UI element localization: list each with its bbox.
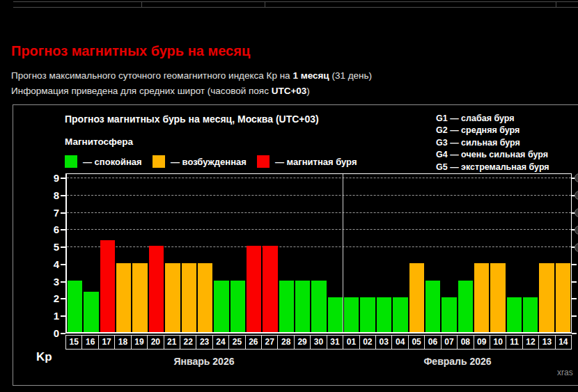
subtitle-line-2: Информация приведена для средних широт (… <box>11 86 310 96</box>
kp-bar-25 <box>231 281 245 332</box>
date-cell: 23 <box>196 335 212 350</box>
date-cell: 22 <box>180 335 196 350</box>
kp-bar-09 <box>474 263 489 332</box>
y-tick-right <box>572 264 577 265</box>
watermark: xras <box>557 368 573 377</box>
kp-bar-19 <box>132 263 147 332</box>
subtitle-line-1: Прогноз максимального суточного геомагни… <box>11 70 372 81</box>
kp-bar-05 <box>409 263 424 332</box>
y-tick-label: 0 <box>38 327 59 340</box>
kp-bar-24 <box>214 281 228 332</box>
date-cell: 02 <box>359 335 376 350</box>
kp-bar-14 <box>556 263 570 332</box>
y-tick-left <box>61 298 65 299</box>
y-tick-left <box>61 195 65 196</box>
legend-item: — возбужденная <box>153 155 247 168</box>
chart-title: Прогноз магнитных бурь на месяц, Москва … <box>65 113 319 125</box>
kp-bar-17 <box>100 240 115 332</box>
y-tick-left <box>61 281 65 283</box>
date-cell: 15 <box>65 335 82 350</box>
kp-bar-02 <box>360 297 375 332</box>
y-tick-label: 8 <box>38 189 59 202</box>
date-cell: 20 <box>147 335 164 350</box>
y-tick-label: 2 <box>38 292 59 305</box>
y-tick-label: 7 <box>38 207 59 219</box>
forecast-chart-panel: Прогноз магнитных бурь на месяц, Москва … <box>13 104 578 386</box>
y-tick-right <box>572 298 577 299</box>
date-cell: 24 <box>212 335 229 350</box>
y-tick-left <box>61 229 65 230</box>
gridline <box>67 195 571 196</box>
kp-bar-01 <box>344 297 359 332</box>
kp-bar-27 <box>263 246 277 332</box>
subtitle-2-bold: UTC+03 <box>272 86 307 96</box>
kp-bar-06 <box>425 281 440 332</box>
kp-bar-04 <box>393 297 407 332</box>
nav-divider <box>556 2 556 7</box>
gridline <box>67 178 571 178</box>
kp-bar-31 <box>328 297 343 332</box>
y-tick-left <box>61 333 65 334</box>
nav-divider <box>265 2 265 7</box>
g-scale-line: G4 — очень сильная буря <box>436 149 549 161</box>
date-cell: 14 <box>555 335 572 350</box>
gridline <box>67 229 571 230</box>
date-cell: 17 <box>98 335 115 350</box>
subtitle-1-text: Прогноз максимального суточного геомагни… <box>11 70 292 81</box>
kp-bar-03 <box>377 297 391 332</box>
subtitle-2-suffix: ) <box>306 86 310 96</box>
nav-divider <box>141 2 142 7</box>
y-tick-right <box>572 315 577 317</box>
date-axis: 1516171819202122232425262728293031010203… <box>65 335 572 350</box>
y-tick-label: 9 <box>38 172 59 185</box>
date-cell: 30 <box>310 335 327 350</box>
g-badge-clipped <box>575 243 578 252</box>
kp-bar-13 <box>539 263 554 332</box>
kp-bar-10 <box>490 263 505 332</box>
top-nav-bar <box>13 1 578 8</box>
y-tick-left <box>61 264 65 265</box>
date-cell: 01 <box>343 335 359 350</box>
month-label: Февраль 2026 <box>423 356 491 367</box>
y-tick-right <box>572 281 577 283</box>
page-title: Прогноз магнитных бурь на месяц <box>11 43 250 59</box>
subtitle-1-bold: 1 месяц <box>292 70 329 81</box>
g-scale-line: G1 — слабая буря <box>436 113 549 125</box>
kp-bar-22 <box>182 263 196 332</box>
kp-bar-20 <box>149 246 164 332</box>
g-scale-line: G5 — экстремальная буря <box>436 162 549 173</box>
legend-item: — спокойная <box>65 155 142 168</box>
date-cell: 06 <box>424 335 441 350</box>
y-tick-left <box>61 178 65 179</box>
legend-label: — магнитная буря <box>275 157 357 167</box>
kp-bar-08 <box>458 281 473 332</box>
date-cell: 11 <box>506 335 522 350</box>
y-tick-left <box>61 315 65 317</box>
kp-bar-29 <box>295 281 310 332</box>
kp-bar-18 <box>116 263 131 332</box>
y-tick-label: 3 <box>38 276 59 288</box>
y-tick-label: 6 <box>38 224 59 236</box>
date-cell: 16 <box>81 335 98 350</box>
y-tick-left <box>61 212 65 214</box>
date-cell: 27 <box>261 335 278 350</box>
legend-label: — возбужденная <box>171 157 247 167</box>
date-cell: 21 <box>164 335 180 350</box>
page: { "page": { "heading": "Прогноз магнитны… <box>0 0 578 392</box>
date-cell: 31 <box>327 335 343 350</box>
date-cell: 03 <box>375 335 392 350</box>
legend-color-swatch <box>153 155 165 168</box>
g-scale-legend: G1 — слабая буряG2 — средняя буряG3 — си… <box>436 113 549 173</box>
date-cell: 19 <box>131 335 148 350</box>
kp-bar-11 <box>507 297 522 332</box>
date-cell: 28 <box>277 335 294 350</box>
kp-bar-28 <box>279 281 294 332</box>
y-tick-right <box>572 333 577 334</box>
gridline <box>67 212 571 213</box>
legend-color-swatch <box>257 155 270 168</box>
date-cell: 18 <box>114 335 131 350</box>
y-tick-label: 4 <box>38 258 59 271</box>
subtitle-2-text: Информация приведена для средних широт (… <box>11 86 272 96</box>
date-cell: 07 <box>441 335 458 350</box>
kp-bar-23 <box>198 263 212 332</box>
